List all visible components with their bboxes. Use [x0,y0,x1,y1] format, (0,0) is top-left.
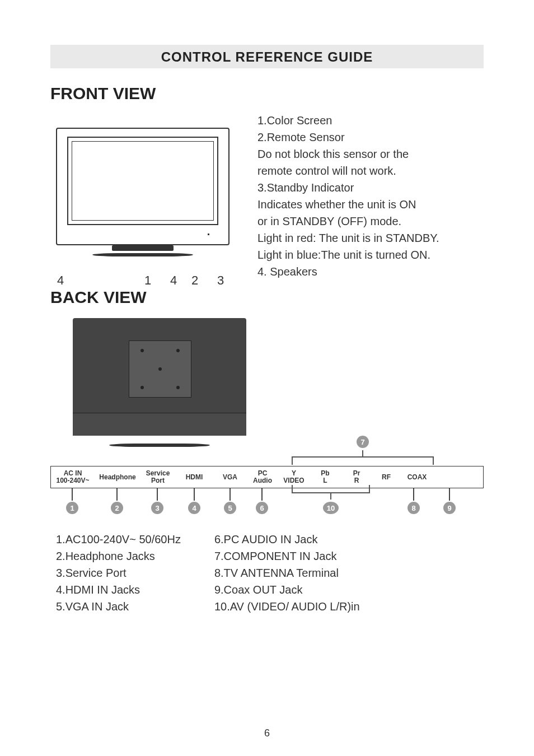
list-item: 3.Service Port [56,564,181,581]
list-item: 5.VGA IN Jack [56,598,181,615]
list-item: 9.Coax OUT Jack [214,581,360,598]
connector-num-3: 3 [151,502,163,514]
list-item: 1.AC100-240V~ 50/60Hz [56,531,181,548]
back-legend-col-right: 6.PC AUDIO IN Jack 7.COMPONENT IN Jack 8… [214,531,360,615]
connector-num-5: 5 [224,502,236,514]
front-heading: FRONT VIEW [50,84,484,103]
front-line: or in STANDBY (OFF) mode. [257,213,484,230]
conn-label-text: Port [140,477,175,484]
connector-num-2: 2 [111,502,123,514]
list-item: 6.PC AUDIO IN Jack [214,531,360,548]
conn-label-coax: COAX [400,470,434,484]
list-item: 2.Headphone Jacks [56,548,181,564]
tv-screen [67,137,218,225]
conn-label-rf: RF [372,470,400,484]
back-figure [67,318,252,447]
connector-row: 7 AC IN 100-240V~ Headphone Service Port… [50,466,484,516]
list-item: 4.HDMI IN Jacks [56,581,181,598]
component-bracket-icon [50,446,484,466]
list-item: 7.COMPONENT IN Jack [214,548,360,564]
front-line: 2.Remote Sensor [257,129,484,146]
connector-num-1: 1 [66,502,78,514]
connector-ticks: 1 2 3 4 5 6 10 8 9 [50,488,484,516]
back-view-section: 7 AC IN 100-240V~ Headphone Service Port… [50,318,484,615]
front-line: remote control will not work. [257,162,484,179]
conn-label-hdmi: HDMI [175,470,213,484]
front-line: Indicates whether the unit is ON [257,196,484,213]
front-callout-1: 1 [144,273,151,288]
tv-sensor-dot [208,234,209,235]
tv-front-illustration [56,128,229,245]
front-line: 3.Standby Indicator [257,179,484,196]
front-line: Do not block this sensor or the [257,146,484,162]
connector-num-6: 6 [256,502,268,514]
front-callout-3: 3 [217,273,224,288]
page-title: CONTROL REFERENCE GUIDE [50,45,484,68]
front-callout-4b: 4 [170,273,177,288]
tv-back-ports-strip [73,413,246,436]
vesa-hole-icon [176,386,180,389]
tv-back-illustration [73,318,246,436]
page: CONTROL REFERENCE GUIDE FRONT VIEW 4 1 4… [0,0,534,756]
page-number: 6 [0,727,534,739]
conn-label-text: 100-240V~ [51,477,95,484]
conn-label-text: VIDEO [278,477,310,484]
conn-label-vga: VGA [213,470,247,484]
conn-label-headphone: Headphone [95,470,140,484]
front-description: 1.Color Screen 2.Remote Sensor Do not bl… [257,111,484,280]
connector-num-10: 10 [323,502,339,514]
connector-num-7: 7 [357,436,369,448]
list-item: 8.TV ANTENNA Terminal [214,564,360,581]
conn-label-text: L [310,477,341,484]
back-heading: BACK VIEW [50,288,484,307]
list-item: 10.AV (VIDEO/ AUDIO L/R)in [214,598,360,615]
connector-num-8: 8 [407,502,420,514]
front-line: 4. Speakers [257,263,484,280]
front-view-section: 4 1 4 2 3 1.Color Screen 2.Remote Sensor… [50,111,484,282]
conn-label-text: Audio [247,477,278,484]
back-legend-col-left: 1.AC100-240V~ 50/60Hz 2.Headphone Jacks … [56,531,181,615]
front-figure: 4 1 4 2 3 [50,111,235,282]
vesa-hole-icon [140,386,144,389]
conn-label-text: R [341,477,372,484]
connector-num-4: 4 [188,502,200,514]
connector-num-9: 9 [443,502,456,514]
front-callout-2: 2 [191,273,198,288]
back-legend: 1.AC100-240V~ 50/60Hz 2.Headphone Jacks … [56,531,484,615]
tv-back-center-panel [129,340,191,398]
front-callout-4a: 4 [57,273,64,288]
front-line: 1.Color Screen [257,112,484,129]
front-line: Light in blue:The unit is turned ON. [257,246,484,263]
vesa-hole-icon [158,367,162,371]
vesa-hole-icon [176,349,180,352]
front-callouts: 4 1 4 2 3 [50,254,235,282]
front-line: Light in red: The unit is in STANDBY. [257,230,484,246]
vesa-hole-icon [140,349,144,352]
tv-stand-neck [112,245,174,251]
